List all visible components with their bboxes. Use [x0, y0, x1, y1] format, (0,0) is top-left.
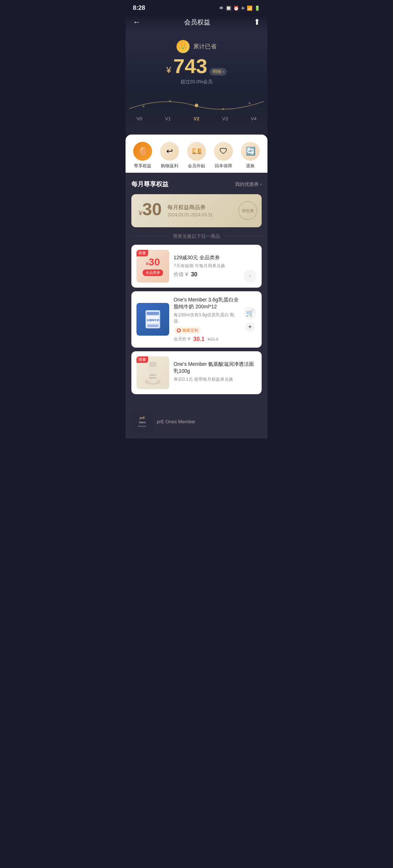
- coupon-prefix: ¥: [139, 206, 142, 221]
- product-subtitle-coupon: 7天有效期 可每月用券兑换: [174, 263, 257, 269]
- nfc-icon: 🔲: [226, 5, 231, 11]
- status-bar: 8:28 👁 🔲 ⏰ ✳ 📶 🔋: [126, 0, 267, 15]
- coupon-img-amount: 30: [148, 256, 160, 268]
- return-guarantee-icon: 🛡: [214, 142, 233, 161]
- svg-point-0: [142, 105, 144, 107]
- brand-text: prE Ones Member: [157, 419, 195, 424]
- product-subtitle-cleanser: 券后0.1元 使用每月权益券兑换: [174, 376, 257, 383]
- tab-member-subsidy[interactable]: 💴 会员补贴: [185, 142, 209, 169]
- arrow-button-coupon[interactable]: ›: [243, 269, 257, 283]
- tab-exclusive-benefits[interactable]: 🥚 尊享权益: [131, 142, 155, 169]
- tag-label-milk: 独家定制: [182, 328, 198, 333]
- level-v0: V0: [136, 116, 142, 121]
- coupon-link[interactable]: 我的优惠券 ›: [235, 181, 262, 188]
- signal-icon: 📶: [247, 5, 253, 11]
- avatar-emoji: 👑: [179, 43, 187, 51]
- progress-track-svg: [133, 92, 260, 114]
- page-title: 会员权益: [184, 18, 210, 27]
- cart-button-milk[interactable]: 🛒: [243, 307, 257, 320]
- track-labels: V0 V1 V2 V3 V4: [133, 116, 260, 121]
- detail-badge[interactable]: 明细 ›: [210, 68, 227, 76]
- product-card-cleanser[interactable]: 限量 One's Member One's Member 氨基酸滋润净透洁面乳1…: [131, 351, 262, 394]
- tag-icon-milk: ⭕: [176, 328, 181, 332]
- coupon-img-amount-row: ¥ 30: [146, 256, 160, 268]
- cumulative-label: 累计已省: [193, 43, 217, 51]
- coupon-status-badge: 待生效: [238, 201, 257, 220]
- battery-icon: 🔋: [254, 5, 260, 11]
- divider-line-right: [224, 236, 262, 236]
- tab-shopping-rebate[interactable]: ↩ 购物返利: [158, 142, 182, 169]
- product-card-milk[interactable]: 全脂纯牛奶 One's Member 3.6g乳蛋白全脂纯牛奶 200ml*12…: [131, 291, 262, 348]
- svg-text:Member: Member: [138, 425, 146, 427]
- exchange-text: 用券兑换以下任一商品: [173, 233, 220, 240]
- eye-icon: 👁: [219, 5, 224, 11]
- hero-section: 👑 累计已省 ¥ 743 明细 › 超过20.0%会员 V0 V1 V2 V3 …: [126, 33, 267, 135]
- tab-return-guarantee[interactable]: 🛡 回本保障: [212, 142, 235, 169]
- bottom-brand: prE One's Member prE Ones Member: [126, 405, 267, 439]
- coupon-amount-group: ¥ 30: [139, 201, 162, 221]
- value-price-coupon: 30: [191, 271, 198, 278]
- product-card-coupon[interactable]: 限量 ¥ 30 全品类券 129减30元 全品类券 7天有效期 可每月用券兑换 …: [131, 245, 262, 288]
- member-subsidy-label: 会员补贴: [188, 163, 205, 169]
- svg-rect-6: [147, 312, 159, 315]
- shopping-rebate-label: 购物返利: [161, 163, 178, 169]
- svg-text:One's: One's: [139, 421, 146, 424]
- product-price-row-milk: 会员价 ¥ 30.1 ¥32.8: [174, 336, 239, 343]
- brand-logo-svg: prE One's Member: [131, 411, 153, 433]
- product-info-cleanser: One's Member 氨基酸滋润净透洁面乳100g 券后0.1元 使用每月权…: [174, 361, 257, 385]
- svg-point-1: [169, 100, 171, 102]
- milk-action-buttons: 🛒 +: [243, 307, 257, 332]
- coupon-img-prefix: ¥: [146, 261, 149, 267]
- status-time: 8:28: [133, 4, 145, 12]
- product-image-milk: 全脂纯牛奶: [136, 303, 169, 336]
- product-image-coupon: 限量 ¥ 30 全品类券: [136, 250, 169, 283]
- progress-track: V0 V1 V2 V3 V4: [133, 92, 260, 121]
- share-button[interactable]: ⬆: [254, 17, 260, 27]
- milk-svg: 全脂纯牛奶: [140, 307, 166, 332]
- avatar: 👑: [176, 40, 190, 53]
- monthly-section: 每月尊享权益 我的优惠券 › ¥ 30 每月权益商品券 2024.03.01-2…: [126, 173, 267, 405]
- svg-rect-12: [149, 362, 156, 367]
- svg-text:全脂纯牛奶: 全脂纯牛奶: [146, 319, 159, 322]
- exclusive-benefits-icon: 🥚: [133, 142, 152, 161]
- add-button-milk[interactable]: +: [245, 322, 255, 332]
- svg-text:Member: Member: [149, 377, 156, 379]
- original-price-milk: ¥32.8: [207, 337, 218, 342]
- milk-product-visual: 全脂纯牛奶: [136, 303, 169, 336]
- monthly-title: 每月尊享权益: [131, 180, 168, 188]
- product-title-milk: One's Member 3.6g乳蛋白全脂纯牛奶 200ml*12: [174, 296, 239, 311]
- product-subtitle-milk: 每100ml含有3.6g优质乳蛋白 甄选.: [174, 312, 239, 324]
- divider-line-left: [131, 236, 169, 236]
- savings-amount: 743: [173, 56, 207, 76]
- level-v4: V4: [251, 116, 257, 121]
- back-button[interactable]: ←: [133, 17, 141, 27]
- member-price-label-milk: 会员价 ¥: [174, 336, 190, 342]
- coupon-amount: 30: [142, 201, 162, 218]
- svg-text:One's: One's: [150, 374, 156, 376]
- shopping-rebate-icon: ↩: [160, 142, 179, 161]
- level-v3: V3: [222, 116, 228, 121]
- alarm-icon: ⏰: [233, 5, 239, 11]
- value-label-coupon: 价值 ¥: [174, 271, 188, 278]
- tabs-row: 🥚 尊享权益 ↩ 购物返利 💴 会员补贴 🛡 回本保障 🔄 退换: [129, 142, 264, 169]
- member-subsidy-icon: 💴: [187, 142, 206, 161]
- monthly-header: 每月尊享权益 我的优惠券 ›: [131, 180, 262, 188]
- product-info-milk: One's Member 3.6g乳蛋白全脂纯牛奶 200ml*12 每100m…: [174, 296, 239, 343]
- return-guarantee-label: 回本保障: [215, 163, 232, 169]
- header: ← 会员权益 ⬆: [126, 15, 267, 33]
- level-v2: V2: [194, 116, 199, 121]
- exclusive-benefits-label: 尊享权益: [134, 163, 151, 169]
- limited-badge-coupon: 限量: [136, 250, 148, 256]
- exchange-label: 退换: [246, 163, 255, 169]
- coupon-card[interactable]: ¥ 30 每月权益商品券 2024.03.01-2024.03.31 待生效: [131, 194, 262, 227]
- limited-badge-cleanser: 限量: [136, 356, 148, 363]
- svg-point-2: [195, 104, 198, 107]
- exceed-text: 超过20.0%会员: [133, 79, 260, 85]
- brand-logo: prE One's Member: [131, 411, 153, 433]
- coupon-img-type: 全品类券: [143, 269, 163, 276]
- svg-text:prE: prE: [139, 416, 145, 420]
- product-title-cleanser: One's Member 氨基酸滋润净透洁面乳100g: [174, 361, 257, 375]
- tab-exchange[interactable]: 🔄 退换: [239, 142, 262, 169]
- svg-point-4: [249, 102, 251, 104]
- product-title-coupon: 129减30元 全品类券: [174, 254, 257, 261]
